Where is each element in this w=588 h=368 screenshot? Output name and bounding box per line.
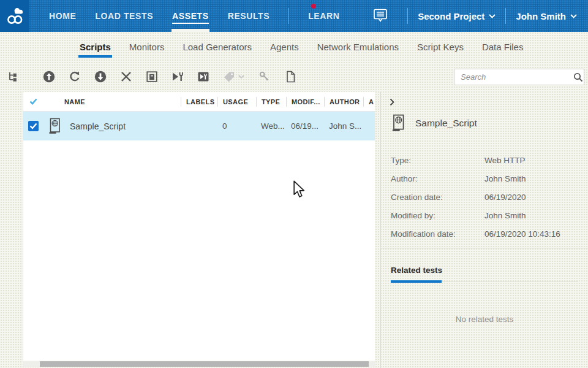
assets-sub-navigation: Scripts Monitors Load Generators Agents … [0, 32, 588, 61]
upload-script-button[interactable] [42, 69, 56, 84]
row-checkbox-cell [23, 121, 48, 131]
row-name-cell: Sample_Script [48, 118, 181, 134]
chat-bubble-icon [373, 8, 388, 24]
tab-data-files[interactable]: Data Files [482, 32, 524, 61]
web-script-icon [48, 118, 62, 134]
panel-header: Sample_Script [391, 114, 477, 132]
assign-label-button[interactable] [222, 69, 246, 84]
tab-related-tests[interactable]: Related tests [391, 266, 442, 275]
field-value: John Smith [484, 211, 526, 220]
column-header-a[interactable]: A [363, 97, 375, 107]
edit-runtime-settings-button[interactable] [170, 69, 185, 84]
edit-runtime-icon [170, 70, 185, 83]
table-row[interactable]: Sample_Script 0 Web... 06/19... John S..… [23, 112, 375, 140]
refresh-icon [68, 70, 81, 83]
row-usage-cell: 0 [217, 121, 256, 131]
horizontal-scrollbar[interactable] [23, 361, 375, 367]
field-label: Modification date: [391, 229, 484, 239]
active-tab-underline [391, 280, 442, 283]
tab-scripts[interactable]: Scripts [80, 32, 111, 61]
field-modified-by: Modified by: John Smith [391, 206, 578, 224]
project-selector[interactable]: Second Project [418, 11, 496, 21]
run-script-icon [197, 70, 210, 83]
topnav-divider [505, 8, 506, 24]
tag-icon [222, 70, 246, 83]
download-script-button[interactable] [93, 69, 108, 84]
topnav-right-group: Second Project John Smith [373, 8, 588, 24]
nav-item-assets[interactable]: ASSETS [172, 0, 209, 32]
table-header-row: NAME LABELS USAGE TYPE MODIF... AUTHOR A [23, 92, 375, 112]
script-key-button[interactable] [257, 69, 272, 84]
column-header-type[interactable]: TYPE [256, 97, 286, 107]
search-input[interactable] [454, 72, 572, 82]
chevron-right-icon [390, 98, 394, 106]
row-checkbox[interactable] [28, 121, 39, 131]
nav-item-home[interactable]: HOME [49, 0, 76, 32]
column-header-modified[interactable]: MODIF... [286, 97, 324, 107]
nav-item-results[interactable]: RESULTS [228, 0, 270, 32]
file-icon [284, 70, 297, 83]
field-label: Author: [391, 174, 484, 183]
user-name: John Smith [516, 11, 566, 21]
primary-nav: HOME LOAD TESTS ASSETS RESULTS LEARN [49, 0, 339, 32]
feedback-button[interactable] [373, 8, 388, 24]
tree-view-toggle-button[interactable] [6, 69, 20, 84]
column-header-author[interactable]: AUTHOR [324, 97, 363, 107]
search-box [454, 69, 584, 85]
column-header-labels[interactable]: LABELS [181, 97, 217, 107]
delete-script-button[interactable] [119, 69, 134, 84]
row-modified-cell: 06/19... [286, 121, 324, 131]
tab-load-generators[interactable]: Load Generators [183, 32, 252, 61]
scripts-toolbar [0, 61, 588, 92]
details-fields: Type: Web HTTP Author: John Smith Creati… [391, 151, 578, 243]
tab-script-keys[interactable]: Script Keys [417, 32, 464, 61]
run-script-button[interactable] [196, 69, 211, 84]
tab-monitors[interactable]: Monitors [129, 32, 165, 61]
field-label: Type: [391, 156, 484, 165]
field-value: John Smith [484, 174, 526, 183]
no-related-tests-message: No related tests [381, 315, 588, 324]
delete-x-icon [119, 70, 133, 83]
duplicate-script-button[interactable] [283, 69, 298, 84]
check-icon [29, 123, 37, 129]
panel-title: Sample_Script [415, 118, 477, 129]
field-creation-date: Creation date: 06/19/2020 [391, 188, 578, 206]
select-all-checkbox[interactable] [23, 97, 48, 107]
field-value: 06/19/2020 [484, 193, 526, 202]
panel-collapse-button[interactable] [387, 97, 397, 107]
field-value: 06/19/2020 10:43:16 [484, 229, 560, 239]
top-navigation-bar: HOME LOAD TESTS ASSETS RESULTS LEARN Sec… [0, 0, 588, 32]
field-label: Modified by: [391, 211, 484, 220]
view-script-button[interactable] [145, 69, 159, 84]
refresh-button[interactable] [67, 69, 82, 84]
tree-view-icon [7, 71, 19, 83]
field-label: Creation date: [391, 193, 484, 202]
column-header-usage[interactable]: USAGE [217, 97, 256, 107]
panel-divider [381, 248, 588, 248]
search-button[interactable] [572, 72, 584, 82]
nav-item-load-tests[interactable]: LOAD TESTS [95, 0, 153, 32]
view-script-icon [145, 70, 159, 83]
project-name: Second Project [418, 11, 484, 21]
tab-agents[interactable]: Agents [270, 32, 299, 61]
field-modification-date: Modification date: 06/19/2020 10:43:16 [391, 224, 578, 243]
nav-item-learn-label: LEARN [308, 11, 339, 21]
nav-divider [288, 8, 289, 24]
row-author-cell: John S... [324, 121, 363, 131]
nav-item-learn[interactable]: LEARN [308, 0, 339, 32]
toolbar-actions-group [42, 69, 298, 84]
key-icon [258, 70, 271, 83]
column-header-name[interactable]: NAME [48, 97, 181, 107]
app-logo[interactable] [0, 0, 29, 32]
field-type: Type: Web HTTP [391, 151, 578, 169]
row-type-cell: Web... [256, 121, 286, 131]
scripts-table: NAME LABELS USAGE TYPE MODIF... AUTHOR A… [23, 92, 375, 361]
search-icon [573, 72, 583, 82]
script-name: Sample_Script [70, 121, 126, 131]
tab-network-emulations[interactable]: Network Emulations [317, 32, 399, 61]
user-menu[interactable]: John Smith [516, 11, 577, 21]
notification-dot [311, 4, 316, 9]
horizontal-scrollbar-thumb[interactable] [40, 361, 369, 367]
download-icon [94, 70, 107, 83]
chevron-down-icon [489, 14, 496, 18]
